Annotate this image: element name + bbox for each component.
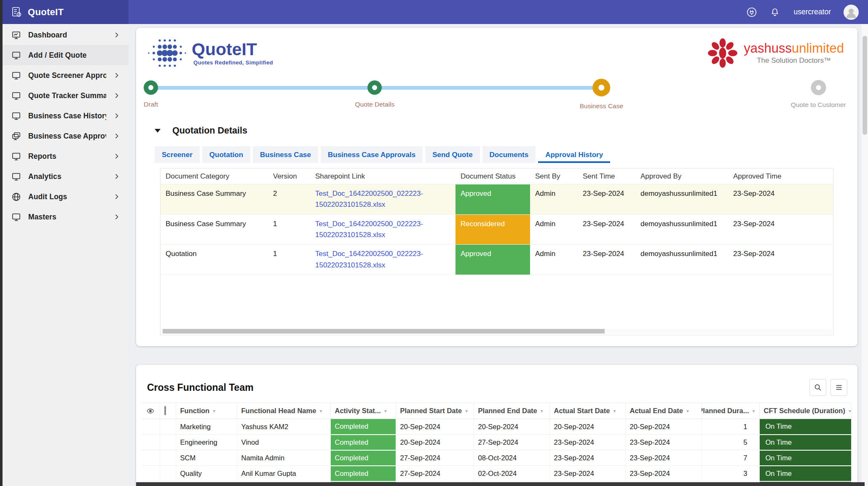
sort-caret-icon[interactable]: ▾ [752, 408, 755, 414]
cell-select [160, 450, 176, 466]
status-badge: Approved [455, 245, 530, 275]
col-planned-start-date[interactable]: Planned Start Date▾ [396, 403, 474, 419]
cell-actual-end-date: 23-Sep-2024 [625, 450, 701, 466]
cell-approved-by: demoyashussunlimited1 [635, 184, 728, 215]
col-planned-duration[interactable]: Planned Dura...▾ [701, 403, 759, 419]
vertical-scrollbar[interactable] [862, 24, 868, 486]
plugin-icon[interactable] [746, 7, 757, 18]
col-function[interactable]: Function▾ [176, 403, 237, 419]
sidebar-item-quote-screener-approvals[interactable]: Quote Screener Approv... [0, 65, 129, 85]
tab-quotation[interactable]: Quotation [202, 146, 250, 163]
search-button[interactable] [809, 379, 826, 396]
collapse-caret-icon[interactable] [155, 129, 161, 133]
sort-caret-icon[interactable]: ▾ [465, 408, 468, 414]
activity-status-badge: Completed [330, 450, 396, 466]
cell-planned-end-date: 02-Oct-2024 [474, 466, 549, 481]
tab-approval-history[interactable]: Approval History [538, 146, 610, 163]
sort-caret-icon[interactable]: ▾ [319, 408, 322, 414]
step-draft[interactable]: Draft [144, 77, 158, 108]
col-actual-end-date[interactable]: Actual End Date▾ [625, 403, 701, 419]
col-activity-status[interactable]: Activity Stat...▾ [330, 403, 396, 419]
cell-planned-duration: 7 [701, 450, 759, 466]
cell-approved-time: 23-Sep-2024 [728, 214, 833, 245]
sharepoint-link[interactable]: Test_Doc_16422002500_022223-150220231015… [315, 220, 423, 239]
cell-sent-by: Admin [530, 245, 578, 275]
activity-status-badge: Completed [330, 419, 396, 435]
step-quote-details[interactable]: Quote Details [355, 77, 395, 108]
monitor-icon [11, 212, 21, 222]
cell-approved-time: 23-Sep-2024 [728, 245, 833, 275]
sidebar-item-audit-logs[interactable]: Audit Logs [0, 187, 129, 207]
sharepoint-link[interactable]: Test_Doc_16422002500_022223-150220231015… [315, 190, 423, 208]
cell-select [160, 466, 176, 481]
sort-caret-icon[interactable]: ▾ [849, 408, 851, 414]
menu-button[interactable] [830, 379, 847, 396]
col-sent-by: Sent By [530, 168, 578, 184]
step-quote-to-customer[interactable]: Quote to Customer [791, 77, 846, 109]
cft-actions [809, 379, 847, 396]
step-label: Business Case [580, 102, 623, 110]
tab-business-case[interactable]: Business Case [253, 146, 318, 163]
cell-visibility [142, 435, 160, 450]
tab-business-case-approvals[interactable]: Business Case Approvals [321, 146, 423, 163]
cell-planned-end-date: 20-Sep-2024 [474, 419, 549, 435]
sort-caret-icon[interactable]: ▾ [213, 408, 215, 414]
scrollbar-thumb[interactable] [163, 329, 605, 334]
scrollbar-thumb[interactable] [863, 36, 867, 135]
cell-document-category: Business Case Summary [161, 214, 268, 245]
col-select [160, 403, 176, 419]
col-label: Actual End Date [630, 407, 683, 415]
sidebar-item-masters[interactable]: Masters [0, 207, 129, 227]
step-dot-current [592, 79, 610, 96]
sidebar: Dashboard Add / Edit Quote Quote Screene… [0, 24, 129, 486]
sidebar-item-analytics[interactable]: Analytics [0, 166, 129, 187]
tab-documents[interactable]: Documents [482, 146, 536, 163]
approval-history-table: Document Category Version Sharepoint Lin… [161, 168, 833, 275]
table-horizontal-scrollbar[interactable] [162, 329, 832, 334]
sort-caret-icon[interactable]: ▾ [613, 408, 616, 414]
partner-logo-text: yashussunlimited [744, 41, 844, 56]
cft-table: Function▾ Functional Head Name▾ Activity… [142, 403, 852, 486]
tab-screener[interactable]: Screener [155, 146, 200, 163]
col-approved-by: Approved By [635, 168, 728, 184]
notifications-bell-icon[interactable] [770, 7, 781, 18]
step-dot-pending [811, 80, 826, 95]
sort-caret-icon[interactable]: ▾ [686, 408, 689, 414]
col-label: Actual Start Date [554, 407, 610, 415]
cell-actual-start-date: 20-Sep-2024 [549, 419, 625, 435]
sidebar-item-business-case-history[interactable]: Business Case History [0, 106, 129, 126]
status-badge: Approved [455, 184, 530, 215]
table-row: Business Case Summary 1 Test_Doc_1642200… [161, 214, 833, 245]
col-cft-schedule[interactable]: CFT Schedule (Duration)▾ [759, 403, 852, 419]
sharepoint-link[interactable]: Test_Doc_16422002500_022223-150220231015… [315, 250, 423, 269]
chevron-right-icon [113, 112, 120, 119]
sidebar-item-label: Quote Tracker Summary [28, 91, 106, 100]
chevron-right-icon [113, 193, 120, 200]
sidebar-item-dashboard[interactable]: Dashboard [0, 25, 129, 45]
chevron-right-icon [113, 214, 120, 220]
cft-row: SCM Namita Admin Completed 27-Sep-2024 0… [142, 450, 852, 466]
sidebar-item-add-edit-quote[interactable]: Add / Edit Quote [0, 45, 129, 65]
sort-caret-icon[interactable]: ▾ [384, 408, 387, 414]
sidebar-item-reports[interactable]: Reports [0, 146, 129, 166]
tab-send-quote[interactable]: Send Quote [425, 146, 480, 163]
app-logo[interactable]: QuoteIT [0, 0, 129, 24]
col-document-category: Document Category [161, 168, 268, 184]
cell-functional-head-name: Yashuss KAM2 [237, 419, 330, 435]
col-planned-end-date[interactable]: Planned End Date▾ [474, 403, 549, 419]
step-business-case[interactable]: Business Case [580, 77, 623, 110]
cell-planned-duration: 3 [701, 466, 759, 481]
horizontal-scrollbar[interactable] [136, 482, 865, 486]
cell-version: 1 [268, 214, 310, 245]
select-all-checkbox[interactable] [164, 406, 166, 415]
section-title: Quotation Details [172, 126, 247, 136]
monitor-icon [11, 91, 21, 101]
col-functional-head-name[interactable]: Functional Head Name▾ [237, 403, 330, 419]
col-actual-start-date[interactable]: Actual Start Date▾ [549, 403, 625, 419]
sidebar-item-quote-tracker-summary[interactable]: Quote Tracker Summary [0, 85, 129, 106]
eye-icon[interactable] [146, 407, 155, 415]
avatar[interactable] [844, 5, 859, 20]
sidebar-item-business-case-approvals[interactable]: Business Case Approvals [0, 126, 129, 146]
sort-caret-icon[interactable]: ▾ [541, 408, 543, 414]
cell-visibility [142, 450, 160, 466]
